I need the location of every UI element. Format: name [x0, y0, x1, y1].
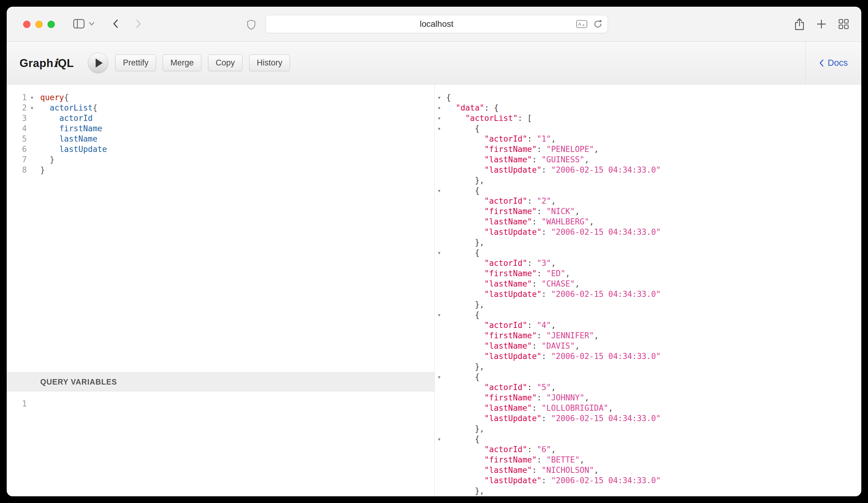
fold-arrow-icon[interactable]: ▾ — [435, 92, 444, 103]
code-text: "lastName": "NICHOLSON", — [444, 465, 599, 475]
query-editor[interactable]: 1▾query{2▾ actorList{3 actorId4 firstNam… — [7, 84, 434, 373]
reload-icon[interactable] — [593, 19, 603, 29]
fold-arrow-icon[interactable]: ▾ — [435, 248, 444, 258]
code-line[interactable]: "firstName": "BETTE", — [435, 454, 861, 465]
copy-button[interactable]: Copy — [208, 54, 242, 71]
code-line[interactable]: }, — [435, 237, 861, 248]
execute-query-button[interactable] — [88, 53, 108, 73]
browser-toolbar: localhost A a — [7, 7, 861, 42]
code-line[interactable]: "lastName": "DAVIS", — [435, 341, 861, 351]
code-line[interactable]: }, — [435, 361, 861, 372]
code-line[interactable]: ▾ { — [435, 434, 861, 444]
code-line[interactable]: "lastUpdate": "2006-02-15 04:34:33.0" — [435, 289, 861, 299]
code-line[interactable]: "firstName": "NICK", — [435, 206, 861, 217]
result-viewer[interactable]: ▾{▾ "data": {▾ "actorList": [▾ { "actorI… — [435, 84, 861, 496]
code-line[interactable]: ▾{ — [435, 92, 861, 103]
minimize-window-button[interactable] — [35, 21, 43, 28]
docs-toggle-button[interactable]: Docs — [805, 42, 861, 84]
line-number: 8 — [7, 165, 27, 175]
chevron-down-icon[interactable] — [89, 22, 94, 26]
code-line[interactable]: 6 lastUpdate — [7, 144, 434, 154]
code-line[interactable]: ▾ { — [435, 248, 861, 258]
code-line[interactable]: 1▾query{ — [7, 92, 434, 103]
fold-arrow-icon[interactable]: ▾ — [27, 92, 37, 103]
new-tab-icon[interactable] — [816, 19, 827, 29]
code-line[interactable]: ▾ { — [435, 123, 861, 134]
share-icon[interactable] — [794, 18, 805, 30]
code-line[interactable]: "lastName": "WAHLBERG", — [435, 217, 861, 227]
fold-arrow-icon[interactable]: ▾ — [435, 372, 444, 382]
fold-arrow-icon[interactable]: ▾ — [435, 434, 444, 444]
code-line[interactable]: "lastUpdate": "2006-02-15 04:34:33.0" — [435, 351, 861, 361]
code-line[interactable]: "lastUpdate": "2006-02-15 04:34:33.0" — [435, 413, 861, 423]
code-text: "lastName": "WAHLBERG", — [444, 217, 594, 227]
code-line[interactable]: ▾ "data": { — [435, 103, 861, 113]
code-line[interactable]: }, — [435, 299, 861, 310]
address-bar[interactable]: localhost A a — [266, 15, 608, 33]
code-text: "actorId": "2", — [444, 196, 556, 206]
code-line[interactable]: 5 lastName — [7, 134, 434, 144]
variables-editor[interactable]: 1 — [7, 391, 434, 496]
code-line[interactable]: 7 } — [7, 154, 434, 165]
fold-arrow-icon[interactable]: ▾ — [435, 310, 444, 320]
code-line[interactable]: "lastName": "NICHOLSON", — [435, 465, 861, 475]
fold-arrow-icon[interactable]: ▾ — [435, 123, 444, 134]
code-line[interactable]: "lastUpdate": "2006-02-15 04:34:33.0" — [435, 227, 861, 237]
fold-gutter — [435, 454, 444, 465]
code-line[interactable]: 8} — [7, 165, 434, 175]
code-text: "lastUpdate": "2006-02-15 04:34:33.0" — [444, 475, 661, 486]
code-line[interactable]: "actorId": "3", — [435, 258, 861, 268]
prettify-button[interactable]: Prettify — [115, 54, 156, 71]
zoom-window-button[interactable] — [48, 21, 55, 28]
sidebar-toggle-icon[interactable] — [73, 19, 85, 29]
code-text: "actorList": [ — [444, 113, 532, 123]
fold-gutter — [435, 268, 444, 279]
code-line[interactable]: ▾ { — [435, 372, 861, 382]
history-button[interactable]: History — [249, 54, 290, 71]
code-text: "actorId": "4", — [444, 320, 556, 331]
code-line[interactable]: "actorId": "2", — [435, 196, 861, 206]
code-line[interactable]: }, — [435, 486, 861, 496]
code-line[interactable]: "actorId": "6", — [435, 444, 861, 454]
code-line[interactable]: ▾ { — [435, 310, 861, 320]
code-line[interactable]: "lastName": "CHASE", — [435, 279, 861, 289]
forward-button[interactable] — [135, 19, 142, 29]
query-variables-header[interactable]: QUERY VARIABLES — [7, 373, 434, 391]
close-window-button[interactable] — [23, 21, 30, 28]
fold-arrow-icon[interactable]: ▾ — [435, 103, 444, 113]
code-line[interactable]: 2▾ actorList{ — [7, 103, 434, 113]
code-text: "firstName": "PENELOPE", — [444, 144, 599, 154]
fold-gutter — [435, 413, 444, 423]
code-line[interactable]: "actorId": "5", — [435, 382, 861, 392]
code-line[interactable]: "actorId": "4", — [435, 320, 861, 331]
code-line[interactable]: "firstName": "JENNIFER", — [435, 331, 861, 341]
fold-arrow-icon[interactable]: ▾ — [27, 103, 37, 113]
tab-overview-icon[interactable] — [838, 19, 849, 30]
code-line[interactable]: "firstName": "JOHNNY", — [435, 392, 861, 403]
code-line[interactable]: "firstName": "PENELOPE", — [435, 144, 861, 154]
code-line[interactable]: "lastName": "GUINESS", — [435, 154, 861, 165]
code-line[interactable]: "firstName": "ED", — [435, 268, 861, 279]
code-line[interactable]: ▾ { — [435, 186, 861, 196]
code-line[interactable]: "lastUpdate": "2006-02-15 04:34:33.0" — [435, 165, 861, 175]
code-line[interactable]: 4 firstName — [7, 123, 434, 134]
code-line[interactable]: ▾ "actorList": [ — [435, 113, 861, 123]
fold-gutter — [435, 444, 444, 454]
merge-button[interactable]: Merge — [163, 54, 201, 71]
code-line[interactable]: "lastName": "LOLLOBRIGIDA", — [435, 403, 861, 413]
code-text: }, — [444, 486, 484, 496]
translate-icon[interactable]: A a — [576, 20, 588, 28]
code-line[interactable]: }, — [435, 175, 861, 186]
code-text: firstName — [37, 123, 102, 134]
code-line[interactable]: }, — [435, 423, 861, 434]
fold-gutter — [435, 217, 444, 227]
logo-italic-i: i — [53, 56, 58, 70]
code-line[interactable]: "actorId": "1", — [435, 134, 861, 144]
fold-arrow-icon[interactable]: ▾ — [435, 186, 444, 196]
code-line[interactable]: "lastUpdate": "2006-02-15 04:34:33.0" — [435, 475, 861, 486]
back-button[interactable] — [112, 19, 120, 29]
code-line[interactable]: 3 actorId — [7, 113, 434, 123]
code-line[interactable]: 1 — [7, 399, 434, 409]
fold-arrow-icon[interactable]: ▾ — [435, 113, 444, 123]
code-text: "lastName": "GUINESS", — [444, 154, 589, 165]
